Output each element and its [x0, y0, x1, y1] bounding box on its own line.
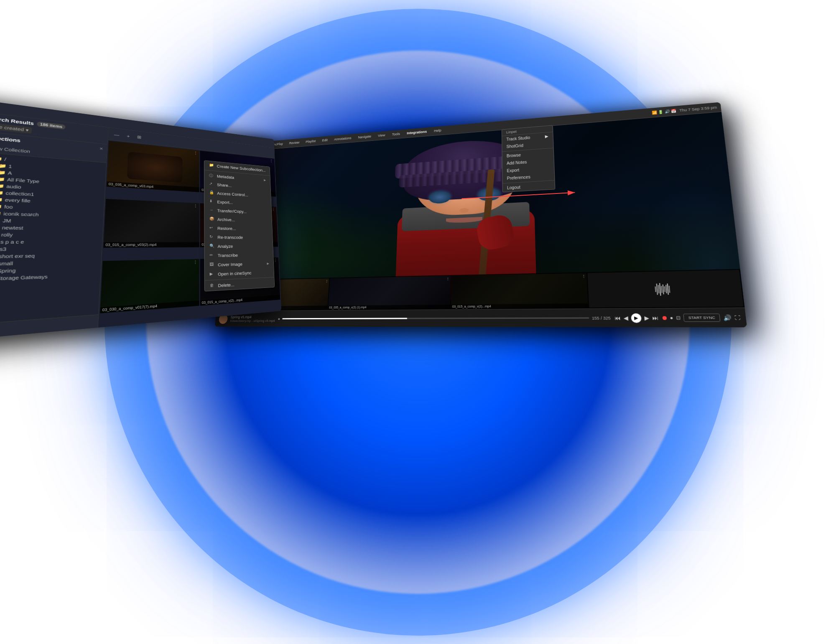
menu-item-edit[interactable]: Edit [321, 137, 329, 143]
strip-thumb-dots-2[interactable]: ⋮ [446, 277, 449, 280]
tree-label-audio: audio [6, 184, 22, 190]
transfer-icon: → [209, 208, 215, 213]
cover-image-submenu-arrow: ▶ [267, 262, 269, 265]
tree-label-short: short exr seq [0, 253, 35, 259]
menu-item-review[interactable]: Review [288, 140, 301, 146]
track-studio-arrow: ▶ [545, 134, 549, 139]
tree-label-jm: JM [3, 218, 11, 224]
waveform-bars [654, 282, 670, 296]
date-filter-arrow: ▾ [25, 127, 29, 132]
file-thumb-dots-2[interactable]: ⋮ [270, 159, 273, 163]
folder-icon-foo: 📁 [0, 204, 2, 209]
right-video-player-window: 🍎 cineSyncPlay Review Playlist Edit Anno… [215, 102, 747, 327]
next-frame-button[interactable]: ▶ [644, 315, 649, 321]
start-sync-button[interactable]: START SYNC [683, 313, 720, 322]
folder-icon-all: 📁 [0, 176, 5, 182]
open-cinesync-icon: ▶ [210, 272, 216, 277]
tree-label-iconik: iconik search [3, 211, 39, 217]
strip-thumb-3[interactable]: ⋮ 03_015_a_comp_v(2)...mp4 [451, 273, 588, 308]
file-tree-panel: Search Results 186 items Date created ▾ … [0, 112, 109, 341]
next-button[interactable]: ⏭ [652, 314, 659, 321]
strip-thumb-dots-3[interactable]: ⋮ [581, 274, 586, 278]
file-thumb-dots-6[interactable]: ⋮ [273, 258, 277, 262]
current-file-name: Spring v5.mp4 [230, 315, 275, 319]
context-menu-retranscode[interactable]: ↻ Re-transcode [204, 233, 272, 242]
strip-thumb-2[interactable]: ⋮ 03_035_a_comp_v(2) (1).mp4 [328, 276, 450, 309]
menu-item-annotations[interactable]: Annotations [333, 135, 352, 143]
collections-title: Collections [0, 135, 21, 143]
prev-button[interactable]: ⏮ [614, 315, 621, 321]
play-button[interactable]: ▶ [631, 313, 642, 323]
grid-toolbar-minus[interactable]: — [112, 131, 121, 138]
volume-button[interactable]: 🔊 [723, 314, 732, 321]
file-thumb-dots-3[interactable]: ⋮ [194, 204, 198, 208]
file-thumb-5[interactable]: ⋮ 03_030_a_comp_v017(7).mp4 [100, 259, 199, 313]
controls-right: ● ⊡ START SYNC 🔊 ⛶ [662, 313, 741, 322]
tree-label-space: s p a c e [0, 239, 24, 245]
file-thumb-label-3: 03_015_a_comp_v03(2).mp4 [103, 242, 199, 247]
tree-label-small: small [0, 261, 13, 267]
integrations-dropdown-menu: Linpet Track Studio ▶ ShotGrid Browse Ad… [502, 125, 556, 192]
tree-label-foo: foo [4, 204, 13, 210]
menu-item-playlist[interactable]: Playlist [304, 138, 317, 145]
access-control-icon: 🔒 [209, 190, 214, 196]
left-file-manager-window: ◉ ☰ ⊟ ☆ ◐ ○ Search Results 186 items [0, 98, 281, 343]
file-thumb-1[interactable]: ⋮ 03_035_a_comp_v03.mp4 [107, 141, 199, 192]
tree-label-s3: s3 [0, 247, 7, 252]
menu-item-navigate[interactable]: Navigate [357, 134, 372, 140]
time-current: ● [278, 317, 280, 321]
file-grid-panel: — + ⊞ ⋮ 03_035_a_comp_v03.mp4 [98, 128, 281, 328]
strip-thumb-dots-1[interactable]: ⋮ [325, 279, 328, 283]
file-thumb-dots-5[interactable]: ⋮ [193, 260, 197, 265]
file-thumb-dots-4[interactable]: ⋮ [272, 207, 275, 211]
archive-icon: 📦 [209, 216, 215, 222]
loop-button[interactable]: ⊡ [676, 315, 681, 321]
strip-thumb-waveform[interactable] [587, 270, 744, 308]
folder-icon-audio: 📁 [0, 183, 4, 189]
datetime-display: Thu 7 Sep 3:59 pm [679, 105, 717, 112]
tree-items: ▶ 📁 / ▶ 📁 1 ▶ 📁 A [0, 152, 106, 326]
mute-button[interactable]: ● [670, 315, 673, 321]
tree-label-every: every fille [5, 197, 31, 203]
tree-item-rolly[interactable]: ▶ 📁 rolly [0, 231, 103, 239]
share-icon: ↗ [209, 182, 214, 187]
restore-icon: ↩ [209, 226, 215, 231]
tree-label-storage: Storage Gateways [0, 274, 48, 281]
collections-close-button[interactable]: × [99, 146, 103, 152]
folder-icon-a: 📁 [0, 170, 6, 175]
file-thumb-dots-1[interactable]: ⋮ [194, 151, 198, 155]
new-collection-label: New Collection [0, 145, 31, 154]
menu-item-tools[interactable]: Tools [391, 131, 401, 137]
playback-controls: ⏮ ◀ ▶ ▶ ⏭ [614, 313, 659, 323]
grid-toolbar-view[interactable]: ⊞ [135, 134, 143, 141]
video-controls-bar: Spring v5.mp4 Edwardstory.mp - utSpring … [215, 308, 747, 327]
system-icons: 📶 🔋 🔊 📅 [652, 109, 677, 115]
strip-thumb-label-3: 03_015_a_comp_v(2)...mp4 [451, 303, 588, 308]
cover-image-icon: 🖼 [209, 262, 215, 267]
tree-label-rolly: rolly [1, 232, 13, 238]
delete-icon: 🗑 [210, 283, 216, 289]
tree-label-newtest: newtest [2, 225, 23, 231]
tree-label-1: 1 [8, 164, 12, 169]
menu-item-help[interactable]: Help [433, 127, 442, 134]
context-menu: 📁 Create New Subcollection... ⓘ Metadata… [204, 160, 275, 291]
folder-icon-iconik: 📁 [0, 211, 1, 216]
retranscode-icon: ↻ [209, 234, 215, 240]
file-thumb-3[interactable]: ⋮ 03_015_a_comp_v03(2).mp4 [103, 199, 199, 248]
tree-label-root: / [4, 157, 6, 162]
progress-area: ● 155 / 325 [278, 316, 611, 321]
fullscreen-button[interactable]: ⛶ [734, 315, 741, 321]
tree-item-space[interactable]: ▶ 📁 s p a c e [0, 238, 102, 246]
menu-item-integrations[interactable]: Integrations [405, 129, 428, 136]
prev-frame-button[interactable]: ◀ [623, 315, 628, 321]
context-menu-restore[interactable]: ↩ Restore... [204, 224, 272, 234]
menu-item-view[interactable]: View [377, 132, 386, 139]
progress-bar[interactable] [282, 317, 589, 319]
left-content: ◉ ☰ ⊟ ☆ ◐ ○ Search Results 186 items [0, 110, 281, 343]
context-menu-analyze[interactable]: 🔍 Analyze [204, 242, 273, 251]
grid-toolbar-plus[interactable]: + [125, 132, 132, 139]
folder-icon-1: 📁 [0, 163, 6, 168]
metadata-icon: ⓘ [209, 173, 214, 178]
analyze-icon: 🔍 [209, 244, 215, 249]
transcribe-icon: ✏ [209, 253, 215, 258]
